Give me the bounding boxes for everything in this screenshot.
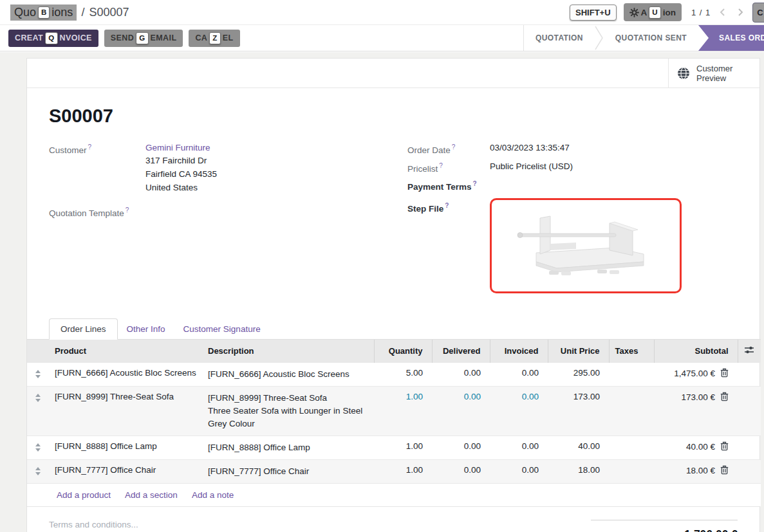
taxes-cell[interactable] [609,386,654,436]
add-a-section-link[interactable]: Add a section [125,490,178,500]
product-cell[interactable]: [FURN_8888] Office Lamp [49,436,202,459]
tab-order-lines[interactable]: Order Lines [49,318,118,340]
cancel-text-pre: CA [195,33,207,42]
description-cell[interactable]: [FURN_8999] Three-Seat Sofa Three Seater… [202,386,374,436]
breadcrumb-separator: / [81,6,84,19]
delivered-cell[interactable]: 0.00 [432,459,490,483]
delivered-cell[interactable]: 0.00 [432,362,490,386]
quantity-cell[interactable]: 1.00 [374,436,432,459]
row-actions-cell [738,459,761,483]
action-button-text-pre: A [641,8,648,17]
drag-handle-icon [35,370,41,373]
payment-terms-label: Payment Terms? [407,179,490,192]
taxes-cell[interactable] [609,459,654,483]
delete-line-icon[interactable] [720,465,729,475]
delete-line-icon[interactable] [720,392,729,401]
create-invoice-text-post: NVOICE [60,33,92,42]
description-cell[interactable]: [FURN_7777] Office Chair [202,459,374,483]
drag-handle[interactable] [27,436,49,459]
delivered-cell[interactable]: 0.00 [432,386,490,436]
help-question-icon: ? [88,143,92,151]
unit-price-cell[interactable]: 295.00 [548,362,609,386]
quantity-column-header: Quantity [374,339,432,362]
subtotal-cell: 173.00 € [654,386,738,436]
stage-quotation[interactable]: QUOTATION [524,25,595,51]
unit-price-column-header: Unit Price [548,339,609,362]
action-button-text-post: ion [663,8,676,17]
order-date-value[interactable]: 03/03/2023 13:35:47 [490,143,570,155]
drag-handle[interactable] [27,362,49,386]
quantity-cell[interactable]: 1.00 [374,386,432,436]
step-file-label: Step File? [407,198,490,293]
cutoff-right-button[interactable]: C [752,3,764,23]
step-file-preview-box[interactable] [490,198,682,293]
pricelist-value[interactable]: Public Pricelist (USD) [490,161,573,174]
quantity-cell[interactable]: 5.00 [374,362,432,386]
payment-terms-field-row: Payment Terms? [407,179,738,192]
quantity-cell[interactable]: 1.00 [374,459,432,483]
invoiced-cell[interactable]: 0.00 [490,459,548,483]
terms-and-conditions-placeholder[interactable]: Terms and conditions... [49,520,138,532]
tab-customer-signature[interactable]: Customer Signature [174,319,270,339]
add-a-product-link[interactable]: Add a product [57,490,111,500]
pager-next-button[interactable] [735,7,745,17]
customer-label: Customer? [49,143,145,194]
send-email-button[interactable]: SENDGEMAIL [104,30,183,47]
unit-price-cell[interactable]: 40.00 [548,436,609,459]
invoiced-cell[interactable]: 0.00 [490,436,548,459]
top-header-right: SHIFT+U AUion 1 / 1 [570,3,764,23]
breadcrumb-app-text-post: ions [51,6,73,19]
cancel-button[interactable]: CAZEL [189,30,239,47]
add-a-note-link[interactable]: Add a note [192,490,234,500]
keyboard-hint-g: G [136,32,148,44]
cancel-text-post: EL [223,33,234,42]
stage-quotation-sent[interactable]: QUOTATION SENT [604,25,698,51]
unit-price-cell[interactable]: 18.00 [548,459,609,483]
description-cell[interactable]: [FURN_8888] Office Lamp [202,436,374,459]
pager-previous-button[interactable] [718,7,728,17]
delete-line-icon[interactable] [720,368,729,378]
product-column-header: Product [49,339,202,362]
customer-link[interactable]: Gemini Furniture [145,143,210,152]
action-menu-button[interactable]: AUion [624,3,682,21]
keyboard-hint-u: U [649,6,660,19]
invoiced-cell[interactable]: 0.00 [490,386,548,436]
step-file-field-row: Step File? [407,198,738,293]
delivered-cell[interactable]: 0.00 [432,436,490,459]
subtotal-column-header: Subtotal [654,339,738,362]
optional-columns-toggle[interactable] [738,339,761,362]
breadcrumb-quotations-link[interactable]: QuoBions [10,5,77,21]
notebook-tabs: Order Lines Other Info Customer Signatur… [49,318,738,339]
product-cell[interactable]: [FURN_7777] Office Chair [49,459,202,483]
taxes-cell[interactable] [609,436,654,459]
taxes-cell[interactable] [609,362,654,386]
create-invoice-button[interactable]: CREATQNVOICE [8,30,98,47]
order-line-row: [FURN_7777] Office Chair [FURN_7777] Off… [27,459,761,483]
customer-preview-label: Customer Preview [696,64,732,83]
stage-sales-order[interactable]: SALES ORDER [698,25,764,51]
invoiced-cell[interactable]: 0.00 [490,362,548,386]
product-cell[interactable]: [FURN_8999] Three-Seat Sofa [49,386,202,436]
field-grid: Customer? Gemini Furniture 317 Fairchild… [49,143,738,300]
order-date-label: Order Date? [407,143,490,155]
customer-address: 317 Fairchild Dr Fairfield CA 94535 Unit… [145,154,217,194]
sheet-footer: Terms and conditions... Total: 1,706.00 … [49,507,738,532]
delete-line-icon[interactable] [720,441,729,451]
content-background: Customer Preview S00007 Customer? Gemini… [0,52,764,532]
subtotal-cell: 18.00 € [654,459,738,483]
pricelist-field-row: Pricelist? Public Pricelist (USD) [407,161,738,174]
product-cell[interactable]: [FURN_6666] Acoustic Bloc Screens [49,362,202,386]
tab-other-info[interactable]: Other Info [118,319,174,339]
order-line-row: [FURN_8888] Office Lamp [FURN_8888] Offi… [27,436,761,459]
drag-handle[interactable] [27,459,49,483]
subtotal-cell: 40.00 € [654,436,738,459]
order-lines-table-wrapper: Product Description Quantity Delivered I… [27,339,759,507]
3d-part-image [512,210,660,281]
drag-handle[interactable] [27,386,49,436]
row-actions-cell [738,436,761,459]
description-cell[interactable]: [FURN_6666] Acoustic Bloc Screens [202,362,374,386]
quotation-template-field-row: Quotation Template? [49,206,379,218]
page-title: S00007 [49,105,738,127]
customer-preview-button[interactable]: Customer Preview [668,59,759,87]
unit-price-cell[interactable]: 173.00 [548,386,609,436]
